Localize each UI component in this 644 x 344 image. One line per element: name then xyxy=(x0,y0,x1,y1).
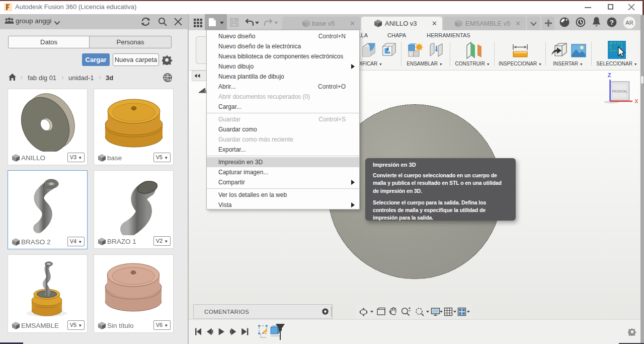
svg-text:FRONTAL: FRONTAL xyxy=(612,90,627,93)
svg-text:X: X xyxy=(634,98,638,104)
svg-text:Z: Z xyxy=(608,72,611,78)
svg-text:?: ? xyxy=(610,19,614,26)
